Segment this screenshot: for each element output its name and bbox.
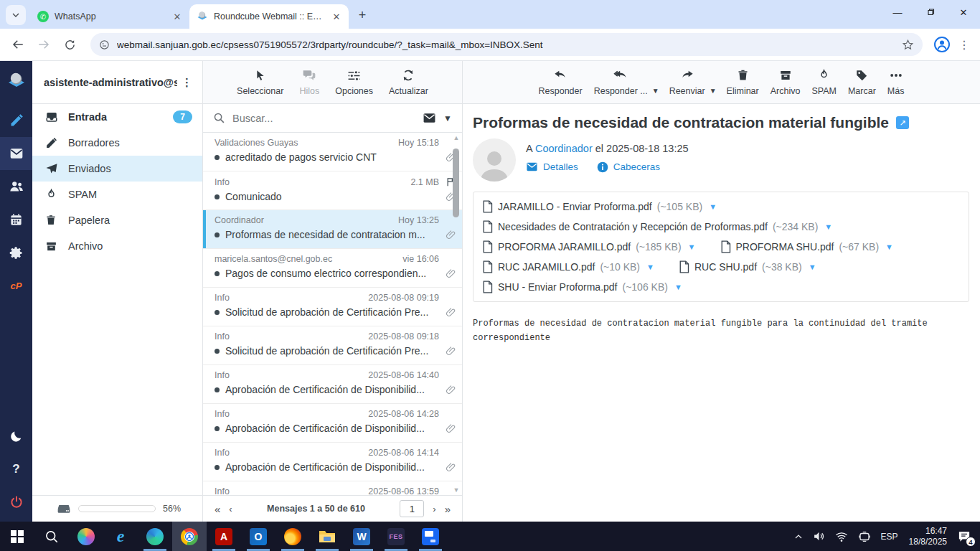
outlook-icon[interactable]: O (241, 522, 275, 551)
internet-explorer-icon[interactable]: e (103, 522, 138, 551)
delete-button[interactable]: Eliminar (721, 67, 765, 96)
more-button[interactable]: Más (882, 67, 910, 96)
mark-button[interactable]: Marcar (842, 67, 882, 96)
tab-roundcube[interactable]: Roundcube Webmail :: Enviados ✕ (189, 4, 349, 29)
folder-archivo[interactable]: Archivo (32, 233, 202, 259)
new-tab-button[interactable]: + (353, 6, 372, 24)
attachment-menu-icon[interactable]: ▼ (809, 263, 816, 271)
attachment-link[interactable]: JARAMILLO - Enviar Proforma.pdf (~105 KB… (482, 197, 717, 217)
close-button[interactable]: ✕ (947, 0, 980, 24)
firefox-icon[interactable] (275, 522, 310, 551)
attachment-menu-icon[interactable]: ▼ (885, 242, 893, 251)
calendar-nav-button[interactable] (0, 203, 32, 236)
folder-enviados[interactable]: Enviados (32, 156, 202, 182)
reload-button[interactable] (59, 34, 80, 55)
reply-all-dropdown-icon[interactable]: ▼ (652, 87, 659, 95)
attachment-link[interactable]: RUC SHU.pdf (~38 KB) ▼ (679, 257, 816, 277)
attachment-link[interactable]: RUC JARAMILLO.pdf (~10 KB) ▼ (482, 257, 654, 277)
restore-button[interactable] (914, 0, 947, 24)
headers-toggle[interactable]: Cabeceras (597, 161, 660, 173)
search-scope-envelope-icon[interactable] (423, 111, 436, 125)
tab-close-icon[interactable]: ✕ (171, 10, 184, 23)
search-options-chevron-icon[interactable]: ▼ (443, 113, 452, 123)
volume-icon[interactable] (808, 522, 830, 551)
options-button[interactable]: Opciones (329, 67, 379, 96)
message-row[interactable]: Info2025-08-06 14:28 Aprobación de Certi… (203, 404, 462, 443)
reply-button[interactable]: Responder (533, 67, 588, 96)
language-indicator[interactable]: ESP (876, 522, 903, 551)
folder-papelera[interactable]: Papelera (32, 207, 202, 233)
tab-close-icon[interactable]: ✕ (330, 10, 343, 23)
scrollbar-thumb[interactable] (453, 149, 459, 217)
browser-profile-icon[interactable] (931, 34, 953, 55)
settings-nav-button[interactable] (0, 236, 32, 269)
tray-chevron-icon[interactable] (789, 522, 808, 551)
next-page-icon[interactable]: › (433, 504, 435, 514)
message-row[interactable]: maricela.santos@cnel.gob.ecvie 16:06 Pag… (203, 249, 462, 288)
last-page-icon[interactable]: » (445, 503, 451, 515)
taskbar-search-button[interactable] (34, 522, 69, 551)
attachment-menu-icon[interactable]: ▼ (646, 263, 654, 271)
chrome-icon[interactable] (172, 522, 207, 551)
edge-icon[interactable] (138, 522, 172, 551)
archive-button[interactable]: Archivo (765, 67, 806, 96)
acrobat-icon[interactable]: A (207, 522, 241, 551)
back-button[interactable] (7, 34, 29, 55)
attachment-link[interactable]: SHU - Enviar Proforma.pdf (~106 KB) ▼ (482, 277, 682, 297)
site-info-icon[interactable] (99, 39, 110, 50)
message-row[interactable]: Validaciones GuayasHoy 15:18 acreditado … (203, 133, 462, 171)
folder-entrada[interactable]: Entrada 7 (32, 104, 202, 130)
forward-button[interactable] (33, 34, 55, 55)
copilot-icon[interactable] (69, 522, 103, 551)
folder-spam[interactable]: SPAM (32, 182, 202, 207)
minimize-button[interactable]: — (881, 0, 914, 24)
folder-borradores[interactable]: Borradores (32, 130, 202, 156)
flag-blue-app-icon[interactable] (413, 522, 448, 551)
taskbar-clock[interactable]: 16:47 18/8/2025 (903, 526, 953, 547)
list-scrollbar[interactable]: ▲ ▼ (451, 133, 461, 495)
reply-all-button[interactable]: Responder ... (588, 67, 654, 96)
tab-whatsapp[interactable]: ✆ WhatsApp ✕ (30, 4, 189, 29)
browser-menu-icon[interactable]: ⋮ (956, 38, 973, 52)
attachment-link[interactable]: Necesidades de Contratación y Recepción … (482, 217, 832, 237)
attachment-link[interactable]: PROFORMA SHU.pdf (~67 KB) ▼ (720, 237, 893, 257)
attachment-menu-icon[interactable]: ▼ (688, 242, 696, 251)
meet-now-icon[interactable] (853, 522, 876, 551)
prev-page-icon[interactable]: ‹ (229, 504, 232, 514)
page-number-input[interactable] (400, 500, 424, 517)
tab-search-button[interactable] (6, 5, 26, 25)
help-button[interactable]: ? (0, 453, 32, 486)
select-button[interactable]: Seleccionar (231, 67, 289, 96)
first-page-icon[interactable]: « (215, 503, 220, 515)
account-menu-icon[interactable]: ⋮ (177, 76, 197, 89)
cpanel-icon[interactable]: cP (0, 269, 32, 302)
logout-button[interactable] (0, 486, 32, 519)
contacts-nav-button[interactable] (0, 170, 32, 203)
file-explorer-icon[interactable] (310, 522, 344, 551)
forward-button[interactable]: Reenviar (664, 67, 711, 96)
fes-app-icon[interactable]: FES (379, 522, 413, 551)
message-row[interactable]: Info2025-08-06 14:40 Aprobación de Certi… (203, 365, 462, 404)
mail-nav-button[interactable] (0, 137, 32, 170)
message-row-selected[interactable]: CoordinadorHoy 13:25 Proformas de necesi… (203, 210, 462, 249)
details-toggle[interactable]: Detalles (526, 161, 578, 173)
scroll-down-icon[interactable]: ▼ (451, 485, 461, 495)
message-row[interactable]: Info2025-08-08 09:18 Solicitud de aproba… (203, 326, 462, 365)
message-row[interactable]: Info2025-08-08 09:19 Solicitud de aproba… (203, 288, 462, 326)
forward-dropdown-icon[interactable]: ▼ (710, 87, 717, 95)
refresh-button[interactable]: Actualizar (383, 67, 434, 96)
spam-button[interactable]: SPAM (806, 67, 842, 96)
wifi-icon[interactable] (830, 522, 853, 551)
compose-button[interactable] (0, 104, 32, 137)
address-bar[interactable]: webmail.sanjuan.gob.ec/cpsess0751905572/… (90, 33, 923, 56)
attachment-menu-icon[interactable]: ▼ (709, 202, 717, 211)
dark-mode-button[interactable] (0, 420, 32, 453)
open-in-new-window-icon[interactable]: ↗ (896, 116, 909, 129)
start-button[interactable] (0, 522, 34, 551)
message-row[interactable]: Info2025-08-06 14:14 Aprobación de Certi… (203, 443, 462, 481)
attachment-link[interactable]: PROFORMA JARAMILLO.pdf (~185 KB) ▼ (482, 237, 696, 257)
attachment-menu-icon[interactable]: ▼ (674, 283, 682, 291)
word-icon[interactable]: W (344, 522, 379, 551)
scroll-up-icon[interactable]: ▲ (451, 133, 461, 143)
search-input[interactable] (232, 113, 415, 124)
